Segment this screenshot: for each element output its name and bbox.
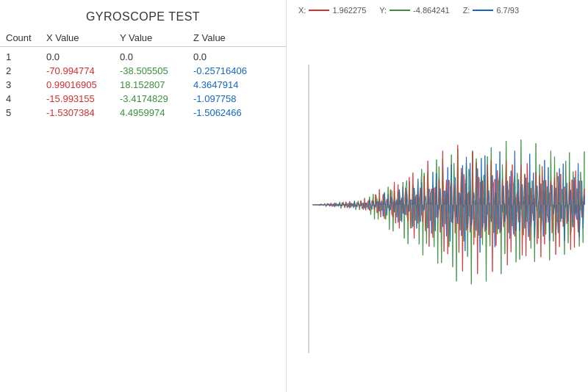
y-legend-value: -4.864241 — [413, 6, 450, 15]
cell-z: 4.3647914 — [193, 79, 274, 90]
col-header-y: Y Value — [120, 32, 193, 43]
cell-y: 18.152807 — [120, 79, 193, 90]
table-row: 4 -15.993155 -3.4174829 -1.097758 — [6, 92, 280, 106]
cell-y: 4.4959974 — [120, 107, 193, 118]
table-header: Count X Value Y Value Z Value — [0, 29, 286, 47]
table-row: 5 -1.5307384 4.4959974 -1.5062466 — [6, 106, 280, 120]
z-legend-value: 6.7/93 — [496, 6, 519, 15]
cell-count: 3 — [6, 79, 46, 90]
cell-x: -70.994774 — [46, 65, 120, 76]
cell-y: -3.4174829 — [120, 93, 193, 104]
x-legend-line — [309, 10, 329, 11]
y-legend-line — [390, 10, 410, 11]
cell-count: 4 — [6, 93, 46, 104]
left-panel: GYROSCOPE TEST Count X Value Y Value Z V… — [0, 0, 287, 392]
cell-y: 0.0 — [120, 51, 193, 62]
table-body: 1 0.0 0.0 0.0 2 -70.994774 -38.505505 -0… — [0, 47, 286, 123]
x-label: X: — [298, 6, 306, 15]
z-legend-line — [473, 10, 493, 11]
table-row: 1 0.0 0.0 0.0 — [6, 50, 280, 64]
legend-x: X: 1.962275 — [298, 6, 366, 15]
col-header-count: Count — [6, 32, 46, 43]
cell-z: 0.0 — [193, 51, 274, 62]
chart-legend: X: 1.962275 Y: -4.864241 Z: 6.7/93 — [287, 0, 588, 18]
cell-z: -1.097758 — [193, 93, 274, 104]
x-legend-value: 1.962275 — [332, 6, 366, 15]
z-label: Z: — [463, 6, 470, 15]
cell-x: -1.5307384 — [46, 107, 120, 118]
page-title: GYROSCOPE TEST — [0, 0, 286, 29]
gyroscope-chart — [287, 18, 588, 392]
y-label: Y: — [379, 6, 387, 15]
chart-area — [287, 18, 588, 392]
cell-count: 5 — [6, 107, 46, 118]
cell-x: 0.0 — [46, 51, 120, 62]
table-row: 2 -70.994774 -38.505505 -0.25716406 — [6, 64, 280, 78]
cell-z: -1.5062466 — [193, 107, 274, 118]
legend-y: Y: -4.864241 — [379, 6, 449, 15]
col-header-x: X Value — [46, 32, 120, 43]
cell-z: -0.25716406 — [193, 65, 274, 76]
table-row: 3 0.99016905 18.152807 4.3647914 — [6, 78, 280, 92]
col-header-z: Z Value — [193, 32, 274, 43]
cell-count: 2 — [6, 65, 46, 76]
legend-z: Z: 6.7/93 — [463, 6, 519, 15]
right-panel: X: 1.962275 Y: -4.864241 Z: 6.7/93 — [287, 0, 588, 392]
cell-count: 1 — [6, 51, 46, 62]
cell-x: 0.99016905 — [46, 79, 120, 90]
cell-x: -15.993155 — [46, 93, 120, 104]
cell-y: -38.505505 — [120, 65, 193, 76]
